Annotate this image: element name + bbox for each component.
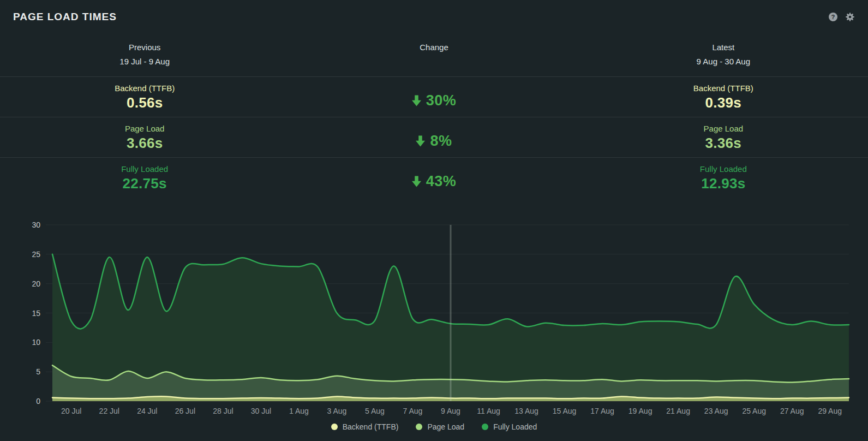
- svg-text:27 Aug: 27 Aug: [780, 407, 804, 415]
- column-previous: Previous 19 Jul - 9 Aug: [0, 36, 289, 76]
- svg-text:7 Aug: 7 Aug: [403, 407, 423, 415]
- legend-item-pageload[interactable]: Page Load: [416, 422, 464, 431]
- svg-text:10: 10: [32, 338, 40, 347]
- down-arrow-icon: [412, 95, 421, 106]
- fully-change: 43%: [289, 158, 578, 198]
- pageload-change: 8%: [289, 117, 578, 157]
- table-row-fully-loaded: Fully Loaded 22.75s 43% Fully Loaded 12.…: [0, 157, 868, 198]
- svg-text:22 Jul: 22 Jul: [99, 407, 119, 415]
- svg-text:30 Jul: 30 Jul: [251, 407, 271, 415]
- svg-text:15: 15: [32, 309, 40, 318]
- down-arrow-icon: [412, 176, 421, 187]
- svg-text:5: 5: [36, 367, 40, 376]
- column-latest: Latest 9 Aug - 30 Aug: [579, 36, 868, 76]
- backend-latest: Backend (TTFB) 0.39s: [579, 77, 868, 117]
- chart-area: 05101520253020 Jul22 Jul24 Jul26 Jul28 J…: [0, 214, 868, 421]
- fully-previous: Fully Loaded 22.75s: [0, 158, 289, 198]
- timeseries-chart: 05101520253020 Jul22 Jul24 Jul26 Jul28 J…: [0, 214, 868, 421]
- comparison-table: Previous 19 Jul - 9 Aug Change Latest 9 …: [0, 36, 868, 198]
- legend-item-fully-loaded[interactable]: Fully Loaded: [482, 422, 537, 431]
- down-arrow-icon: [416, 135, 425, 147]
- previous-date-range: 19 Jul - 9 Aug: [0, 57, 289, 67]
- svg-text:29 Aug: 29 Aug: [818, 407, 842, 415]
- svg-text:23 Aug: 23 Aug: [704, 407, 728, 415]
- svg-text:30: 30: [32, 221, 40, 229]
- svg-text:?: ?: [831, 14, 835, 20]
- chart-legend: Backend (TTFB) Page Load Fully Loaded: [0, 422, 868, 431]
- svg-text:19 Aug: 19 Aug: [628, 407, 653, 415]
- backend-dot-icon: [331, 424, 338, 430]
- svg-text:11 Aug: 11 Aug: [477, 407, 500, 415]
- svg-text:28 Jul: 28 Jul: [213, 407, 233, 415]
- svg-text:9 Aug: 9 Aug: [441, 407, 460, 415]
- widget-header: PAGE LOAD TIMES ?: [0, 0, 868, 23]
- comparison-column-headers: Previous 19 Jul - 9 Aug Change Latest 9 …: [0, 36, 868, 76]
- svg-text:0: 0: [36, 397, 40, 406]
- column-change: Change: [289, 36, 578, 76]
- svg-text:20 Jul: 20 Jul: [61, 407, 81, 415]
- fully-loaded-dot-icon: [482, 424, 488, 430]
- svg-text:17 Aug: 17 Aug: [590, 407, 614, 415]
- pageload-dot-icon: [416, 424, 422, 430]
- help-icon[interactable]: ?: [828, 12, 838, 22]
- svg-text:13 Aug: 13 Aug: [514, 407, 538, 415]
- svg-text:20: 20: [32, 279, 40, 288]
- table-row-backend: Backend (TTFB) 0.56s 30% Backend (TTFB) …: [0, 76, 868, 117]
- table-row-pageload: Page Load 3.66s 8% Page Load 3.36s: [0, 117, 868, 157]
- svg-text:24 Jul: 24 Jul: [137, 407, 157, 415]
- page-load-times-widget: PAGE LOAD TIMES ?: [0, 0, 868, 441]
- legend-item-backend[interactable]: Backend (TTFB): [331, 422, 399, 431]
- svg-text:3 Aug: 3 Aug: [327, 407, 347, 415]
- header-icons: ?: [828, 12, 855, 22]
- svg-text:15 Aug: 15 Aug: [553, 407, 577, 415]
- backend-change: 30%: [289, 77, 578, 117]
- latest-date-range: 9 Aug - 30 Aug: [579, 57, 868, 67]
- gear-icon[interactable]: [845, 12, 855, 22]
- svg-text:21 Aug: 21 Aug: [666, 407, 690, 415]
- backend-previous: Backend (TTFB) 0.56s: [0, 77, 289, 117]
- svg-text:25 Aug: 25 Aug: [742, 407, 766, 415]
- fully-latest: Fully Loaded 12.93s: [579, 158, 868, 198]
- svg-text:1 Aug: 1 Aug: [289, 407, 309, 415]
- svg-text:5 Aug: 5 Aug: [365, 407, 385, 415]
- page-title: PAGE LOAD TIMES: [13, 11, 117, 23]
- svg-text:26 Jul: 26 Jul: [175, 407, 195, 415]
- svg-text:25: 25: [32, 250, 40, 259]
- pageload-latest: Page Load 3.36s: [579, 117, 868, 157]
- pageload-previous: Page Load 3.66s: [0, 117, 289, 157]
